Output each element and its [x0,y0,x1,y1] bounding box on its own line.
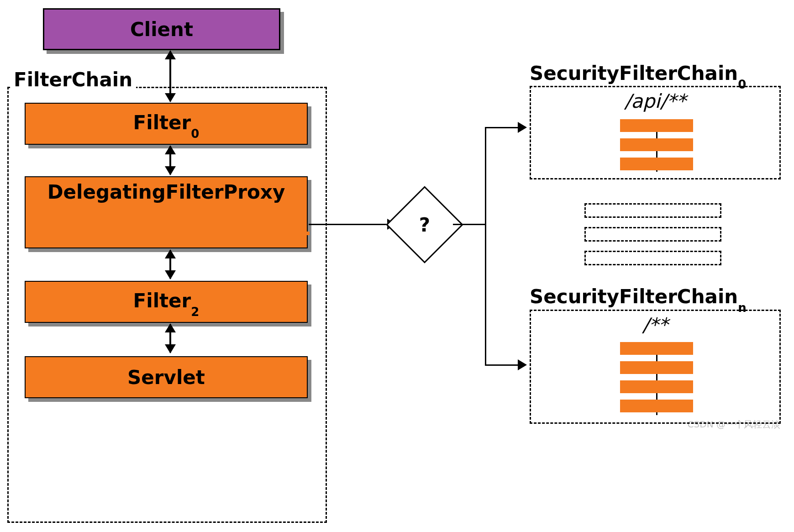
sfcn-bar-4 [620,400,693,412]
decision-symbol: ? [397,197,452,252]
sfc0-pattern: /api/** [531,90,779,112]
placeholder-bar-2 [584,227,721,242]
bean-filter-label: Bean Filter0 [103,232,235,235]
dfp-label: DelegatingFilterProxy [26,177,307,203]
sfcn-bar-2 [620,361,693,374]
sfc0-title: SecurityFilterChain0 [530,62,746,87]
line-decision-to-sfc0 [485,127,519,128]
sfc0-container: /api/** [530,86,781,179]
decision-diamond: ? [397,197,452,252]
client-box: Client [43,8,280,50]
servlet-label: Servlet [127,366,205,389]
client-label: Client [130,18,193,41]
sfc0-bar-3 [620,158,693,170]
line-dfp-to-decision [309,224,389,225]
placeholder-bar-3 [584,251,721,265]
filter0-label: Filter0 [133,111,200,136]
arrowhead-to-sfc0 [518,122,527,133]
line-decision-to-sfcn [485,364,519,366]
sfcn-pattern: /** [531,314,779,336]
sfcn-bar-3 [620,380,693,393]
sfc0-bar-1 [620,119,693,132]
bean-filter-box: Bean Filter0 [28,232,310,235]
arrowhead-to-sfcn [518,359,527,370]
placeholder-bar-1 [584,203,721,218]
line-decision-stem [453,224,486,225]
line-decision-vertical [485,127,486,365]
sfcn-title: SecurityFilterChainn [530,285,747,310]
arrow-filter2-servlet [169,324,171,353]
arrow-filter0-dfp [169,146,171,174]
arrow-dfp-filter2 [169,250,171,279]
servlet-box: Servlet [25,356,308,398]
filter2-label: Filter2 [133,290,200,314]
watermark: CSDN @一个风轻云淡 [688,418,780,431]
delegating-filter-proxy-box: DelegatingFilterProxy Bean Filter0 [25,176,308,248]
sfcn-container: /** [530,310,781,424]
sfcn-bar-1 [620,342,693,355]
filter0-box: Filter0 [25,103,308,145]
sfc0-bar-2 [620,138,693,151]
filterchain-title: FilterChain [10,68,136,91]
filter2-box: Filter2 [25,281,308,323]
